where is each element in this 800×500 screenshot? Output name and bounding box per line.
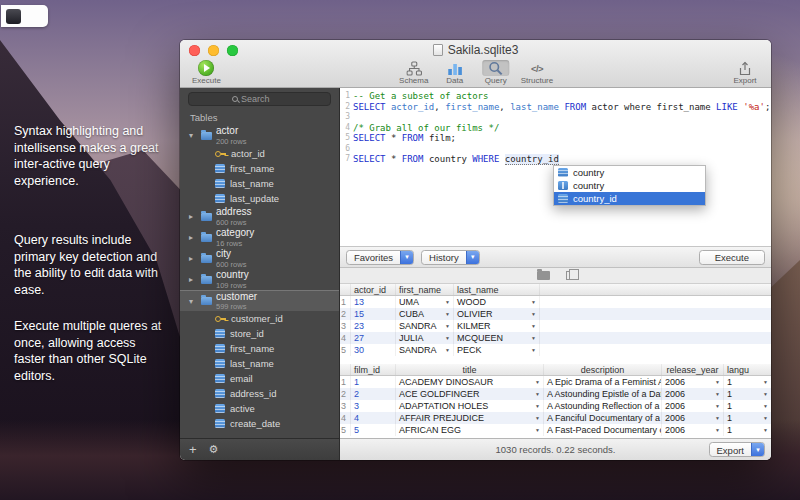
chevron-right-icon[interactable]: ▸ <box>189 254 197 263</box>
export-toolbar-button[interactable]: Export <box>731 60 759 85</box>
history-button[interactable]: History ▾ <box>421 250 480 265</box>
actor-results-table: actor_idfirst_namelast_name 113UMA▼WOOD▼… <box>340 284 771 356</box>
sidebar-item-actor[interactable]: ▾actor200 rows <box>180 125 339 146</box>
cell-dropdown-icon[interactable]: ▼ <box>761 412 768 424</box>
chevron-down-icon[interactable]: ▾ <box>189 131 197 140</box>
sidebar-item-create_date[interactable]: create_date <box>180 416 339 431</box>
chevron-right-icon[interactable]: ▸ <box>189 233 197 242</box>
chevron-down-icon[interactable]: ▾ <box>751 443 764 456</box>
schema-button[interactable]: Schema <box>398 60 430 85</box>
chevron-down-icon[interactable]: ▾ <box>189 297 197 306</box>
sidebar-item-country[interactable]: ▸country109 rows <box>180 269 339 290</box>
sidebar-item-address[interactable]: ▸address600 rows <box>180 206 339 227</box>
sidebar-item-customer_id[interactable]: customer_id <box>180 311 339 326</box>
cell-dropdown-icon[interactable]: ▼ <box>533 424 540 436</box>
query-button[interactable]: Query <box>480 60 512 85</box>
table-row[interactable]: 323SANDRA▼KILMER▼ <box>340 320 771 332</box>
cell-dropdown-icon[interactable]: ▼ <box>713 388 720 400</box>
cell-dropdown-icon[interactable]: ▼ <box>761 400 768 412</box>
autocomplete-item[interactable]: country <box>554 166 705 179</box>
zoom-button[interactable] <box>227 45 238 56</box>
cell-value: KILMER <box>457 320 491 332</box>
cell-dropdown-icon[interactable]: ▼ <box>533 376 540 388</box>
cell-value: 5 <box>341 424 346 436</box>
folder-icon[interactable] <box>537 271 550 280</box>
search-input[interactable] <box>241 94 287 104</box>
cell-dropdown-icon[interactable]: ▼ <box>713 424 720 436</box>
cell-value: 3 <box>341 400 346 412</box>
table-icon <box>201 255 212 263</box>
cell-dropdown-icon[interactable]: ▼ <box>761 388 768 400</box>
sidebar-item-last_name[interactable]: last_name <box>180 356 339 371</box>
cell-dropdown-icon[interactable]: ▼ <box>533 388 540 400</box>
execute-toolbar-button[interactable]: Execute <box>192 60 221 85</box>
cell-dropdown-icon[interactable]: ▼ <box>713 376 720 388</box>
table-row[interactable]: 33ADAPTATION HOLES▼A Astounding Reflecti… <box>340 400 771 412</box>
sidebar-item-first_name[interactable]: first_name <box>180 161 339 176</box>
table-row[interactable]: 427JULIA▼MCQUEEN▼ <box>340 332 771 344</box>
cell-dropdown-icon[interactable]: ▼ <box>529 320 536 332</box>
cell-dropdown-icon[interactable]: ▼ <box>713 400 720 412</box>
search-field[interactable] <box>188 92 331 106</box>
titlebar[interactable]: Sakila.sqlite3 <box>180 40 771 60</box>
sidebar-item-last_name[interactable]: last_name <box>180 176 339 191</box>
cell-dropdown-icon[interactable]: ▼ <box>443 308 450 320</box>
chevron-down-icon[interactable]: ▾ <box>466 251 479 264</box>
sql-editor[interactable]: 1-- Get a subset of actors2SELECT actor_… <box>340 88 771 247</box>
table-row[interactable]: 530SANDRA▼PECK▼ <box>340 344 771 356</box>
cell-dropdown-icon[interactable]: ▼ <box>529 308 536 320</box>
sidebar-item-first_name[interactable]: first_name <box>180 341 339 356</box>
cell-dropdown-icon[interactable]: ▼ <box>443 332 450 344</box>
cell-dropdown-icon[interactable]: ▼ <box>529 296 536 308</box>
sidebar-item-store_id[interactable]: store_id <box>180 326 339 341</box>
table-row[interactable]: 44AFFAIR PREJUDICE▼A Fanciful Documentar… <box>340 412 771 424</box>
cell-dropdown-icon[interactable]: ▼ <box>533 400 540 412</box>
cell-dropdown-icon[interactable]: ▼ <box>533 412 540 424</box>
table-body: 113UMA▼WOOD▼215CUBA▼OLIVIER▼323SANDRA▼KI… <box>340 296 771 356</box>
cell-value: 23 <box>354 320 364 332</box>
autocomplete-item[interactable]: country <box>554 179 705 192</box>
favorites-button[interactable]: Favorites ▾ <box>346 250 414 265</box>
sidebar-item-category[interactable]: ▸category16 rows <box>180 227 339 248</box>
schema-icon <box>400 60 428 76</box>
table-row[interactable]: 113UMA▼WOOD▼ <box>340 296 771 308</box>
table-row[interactable]: 215CUBA▼OLIVIER▼ <box>340 308 771 320</box>
chevron-down-icon[interactable]: ▾ <box>400 251 413 264</box>
sidebar-item-address_id[interactable]: address_id <box>180 386 339 401</box>
close-button[interactable] <box>189 45 200 56</box>
autocomplete-item[interactable]: country_id <box>554 192 705 205</box>
execute-query-button[interactable]: Execute <box>699 250 765 265</box>
cell-dropdown-icon[interactable]: ▼ <box>713 412 720 424</box>
copy-icon[interactable] <box>566 271 574 280</box>
sidebar-item-actor_id[interactable]: actor_id <box>180 146 339 161</box>
cell-dropdown-icon[interactable]: ▼ <box>529 344 536 356</box>
table-row[interactable]: 55AFRICAN EGG▼A Fast-Paced Documentary o… <box>340 424 771 436</box>
table-row[interactable]: 22ACE GOLDFINGER▼A Astounding Epistle of… <box>340 388 771 400</box>
play-icon <box>198 60 214 76</box>
sidebar-item-customer[interactable]: ▾customer599 rows <box>180 290 339 311</box>
cell-value: 1 <box>727 412 732 424</box>
sidebar-item-active[interactable]: active <box>180 401 339 416</box>
cell-dropdown-icon[interactable]: ▼ <box>761 376 768 388</box>
app-window: Sakila.sqlite3 Execute <box>180 40 771 460</box>
cell-dropdown-icon[interactable]: ▼ <box>443 344 450 356</box>
minimize-button[interactable] <box>208 45 219 56</box>
sidebar-item-email[interactable]: email <box>180 371 339 386</box>
settings-gear-icon[interactable]: ⚙ <box>209 444 219 455</box>
cell-dropdown-icon[interactable]: ▼ <box>443 296 450 308</box>
sidebar-item-city[interactable]: ▸city600 rows <box>180 248 339 269</box>
cell-dropdown-icon[interactable]: ▼ <box>443 320 450 332</box>
column-icon <box>215 419 225 428</box>
data-button[interactable]: Data <box>439 60 471 85</box>
chevron-right-icon[interactable]: ▸ <box>189 275 197 284</box>
add-table-button[interactable]: + <box>189 443 197 456</box>
table-row[interactable]: 11ACADEMY DINOSAUR▼A Epic Drama of a Fem… <box>340 376 771 388</box>
column-header: title <box>396 364 544 375</box>
chevron-right-icon[interactable]: ▸ <box>189 212 197 221</box>
cell-dropdown-icon[interactable]: ▼ <box>761 424 768 436</box>
sidebar-item-last_update[interactable]: last_update <box>180 191 339 206</box>
cell-dropdown-icon[interactable]: ▼ <box>529 332 536 344</box>
table-gap <box>340 356 771 364</box>
export-results-button[interactable]: Export ▾ <box>709 442 765 457</box>
structure-button[interactable]: </> Structure <box>521 60 553 85</box>
